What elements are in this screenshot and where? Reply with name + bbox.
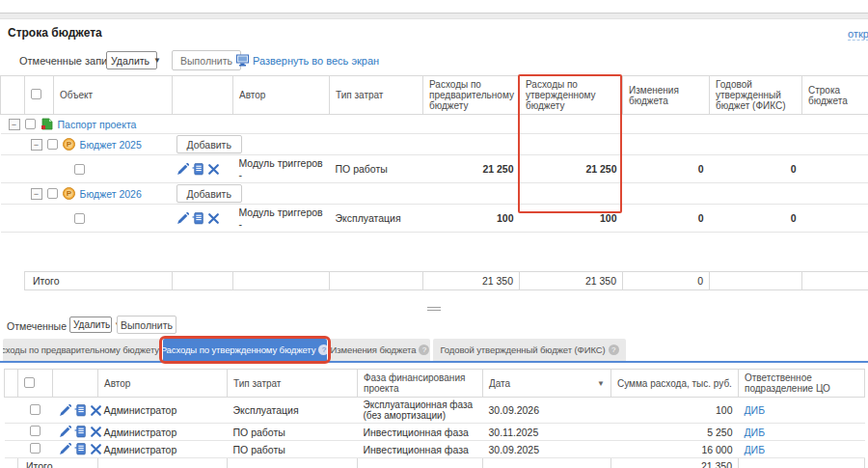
collapse-icon[interactable]: − (31, 139, 42, 151)
column-object[interactable]: Объект (54, 76, 173, 115)
expense-row: Администратор ПО работы Инвестиционная ф… (5, 424, 865, 441)
copy-icon[interactable] (192, 212, 204, 225)
execute-button-bottom[interactable]: Выполнить (117, 316, 176, 334)
marked-records-action-select-bottom[interactable]: Удалить ▼ (69, 317, 112, 333)
collapsed-panel-divider[interactable] (0, 13, 868, 19)
svg-text:Р: Р (66, 140, 71, 149)
expenses-table-header-row: Автор Тип затрат Фаза финансирования про… (5, 370, 865, 398)
expense-row: Администратор Эксплуатация Эксплуатацион… (5, 398, 865, 424)
column-budget-changes[interactable]: Изменения бюджета (623, 76, 710, 115)
tab-label: Изменения бюджета (331, 344, 417, 355)
delete-icon[interactable] (90, 404, 102, 417)
department-link[interactable]: ДИБ (745, 444, 766, 455)
cell-approved: 21 250 (520, 155, 623, 183)
cell-cost-type: Эксплуатация (330, 205, 423, 233)
row-checkbox[interactable] (47, 139, 58, 150)
cell-date: 30.09.2025 (483, 441, 611, 458)
sort-desc-icon[interactable]: ▼ (597, 378, 605, 389)
column-preliminary-expenses[interactable]: Расходы по предварительному бюджету (423, 76, 520, 115)
delete-icon[interactable] (90, 443, 102, 455)
cell-preliminary: 21 250 (423, 155, 520, 183)
spacer-column-header (5, 370, 18, 398)
department-link[interactable]: ДИБ (745, 404, 766, 416)
edit-icon[interactable] (59, 426, 71, 438)
row-checkbox[interactable] (74, 213, 85, 224)
row-checkbox[interactable] (30, 404, 41, 415)
row-checkbox[interactable] (74, 164, 85, 175)
marked-records-action-select-top[interactable]: Удалить ▼ (106, 51, 157, 69)
cell-date: 30.11.2025 (483, 424, 611, 441)
totals-row: Итого 21 350 21 350 0 (25, 272, 868, 290)
row-checkbox[interactable] (30, 443, 41, 454)
select-all-checkbox[interactable] (24, 377, 35, 388)
add-button[interactable]: Добавить (176, 135, 242, 153)
column-cost-type[interactable]: Тип затрат (330, 76, 423, 115)
column-amount[interactable]: Сумма расхода, тыс. руб. (611, 370, 739, 398)
execute-button-top[interactable]: Выполнить (172, 50, 241, 70)
select-all-column-header (25, 76, 54, 115)
cell-phase: Инвестиционная фаза (358, 424, 483, 441)
cell-approved: 100 (520, 205, 623, 233)
column-annual-fixed-budget[interactable]: Годовой утвержденный бюджет (ФИКС) (710, 76, 802, 115)
column-phase[interactable]: Фаза финансирования проекта (358, 370, 483, 398)
budget-2026-link[interactable]: Бюджет 2026 (80, 188, 142, 200)
help-icon[interactable]: ? (609, 344, 619, 355)
budget-tree-table: Объект Автор Тип затрат Расходы по предв… (0, 75, 868, 233)
column-date-label: Дата (489, 378, 510, 389)
select-all-checkbox[interactable] (31, 89, 41, 99)
cell-date: 30.09.2026 (483, 398, 611, 424)
tab-approved-expenses[interactable]: Расходы по утвержденному бюджету ? (163, 339, 327, 361)
edit-icon[interactable] (59, 404, 71, 417)
copy-icon[interactable] (74, 404, 87, 417)
column-date[interactable]: Дата ▼ (483, 370, 611, 398)
table-row-budget-2026: − Р Бюджет 2026 Добавить (1, 183, 868, 205)
column-department[interactable]: Ответственное подразделение ЦО (739, 370, 865, 398)
add-button[interactable]: Добавить (176, 184, 242, 203)
delete-icon[interactable] (207, 212, 220, 225)
open-link[interactable]: открыть (848, 28, 868, 41)
expense-row: Администратор ПО работы Инвестиционная ф… (5, 441, 865, 458)
cell-annual-fixed: 0 (710, 155, 802, 183)
splitter-grip[interactable] (427, 307, 441, 312)
tab-label: Расходы по утвержденному бюджету (163, 344, 315, 355)
fullscreen-link[interactable]: Развернуть во весь экран (236, 54, 379, 67)
table-row-budget-item: Модуль триггеров - ПО работы 21 250 21 2… (1, 155, 868, 183)
delete-icon[interactable] (90, 426, 102, 438)
copy-icon[interactable] (74, 426, 87, 438)
budget-2025-link[interactable]: Бюджет 2025 (80, 139, 142, 151)
edit-icon[interactable] (176, 212, 189, 225)
collapse-icon[interactable]: − (31, 188, 42, 200)
tree-expander-column-header (1, 76, 25, 115)
row-checkbox[interactable] (25, 119, 36, 129)
tab-budget-changes[interactable]: Изменения бюджета ? (330, 339, 430, 361)
copy-icon[interactable] (74, 443, 87, 455)
approved-expenses-table: Автор Тип затрат Фаза финансирования про… (4, 369, 865, 468)
department-link[interactable]: ДИБ (745, 427, 766, 438)
help-icon[interactable]: ? (419, 344, 429, 355)
edit-icon[interactable] (176, 163, 189, 176)
totals-changes: 0 (623, 272, 710, 290)
cell-phase: Инвестиционная фаза (358, 441, 483, 458)
row-checkbox[interactable] (47, 188, 58, 199)
budget-line-screen: Строка бюджета открыть Отмеченные записи… (0, 0, 868, 468)
column-author[interactable]: Автор (98, 370, 228, 398)
cell-changes: 0 (623, 205, 710, 233)
cell-changes: 0 (623, 155, 710, 183)
tab-preliminary-expenses[interactable]: Расходы по предварительному бюджету ? (3, 339, 160, 361)
table-row-project-passport: − Паспорт проекта (1, 115, 868, 134)
delete-icon[interactable] (207, 163, 220, 176)
collapse-icon[interactable]: − (9, 119, 20, 130)
copy-icon[interactable] (192, 163, 204, 176)
row-checkbox[interactable] (30, 426, 41, 436)
cell-author: Модуль триггеров - (233, 205, 330, 233)
column-cost-type[interactable]: Тип затрат (228, 370, 358, 398)
column-budget-line[interactable]: Строка бюджета (802, 76, 868, 115)
edit-icon[interactable] (59, 443, 71, 455)
tab-annual-fixed-budget[interactable]: Годовой утвержденный бюджет (ФИКС) ? (433, 339, 626, 361)
column-approved-expenses[interactable]: Расходы по утвержденному бюджету (520, 76, 623, 115)
cell-author: Администратор (98, 441, 228, 458)
project-passport-link[interactable]: Паспорт проекта (58, 119, 137, 130)
tab-label: Годовой утвержденный бюджет (ФИКС) (440, 344, 605, 355)
help-icon[interactable]: ? (318, 344, 327, 355)
column-author[interactable]: Автор (233, 76, 330, 115)
